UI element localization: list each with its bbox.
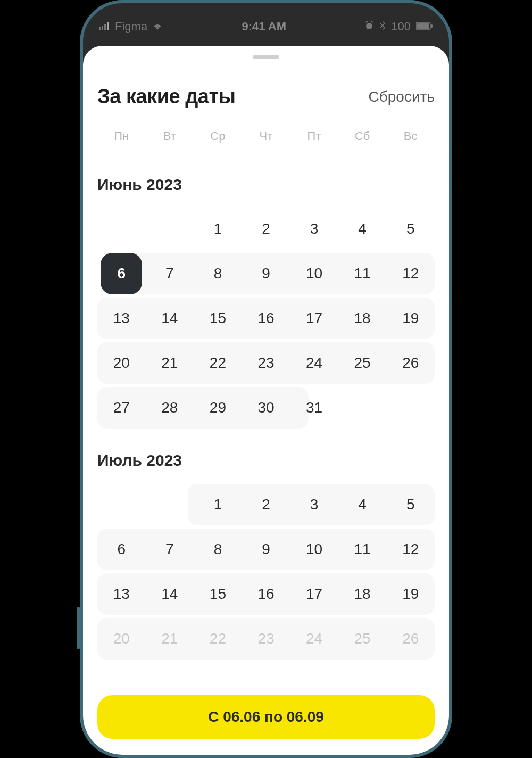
day-cell[interactable]: 10 [290,527,338,572]
svg-rect-8 [417,23,429,29]
day-cell[interactable]: 20 [97,616,146,661]
day-cell[interactable]: 23 [242,616,290,661]
day-cell[interactable]: 13 [97,296,146,341]
weekday-label: Пт [290,129,338,143]
weekday-label: Чт [242,129,290,143]
day-cell[interactable]: 9 [242,527,290,572]
day-cell[interactable]: 17 [290,572,338,616]
device-side-button [449,213,452,282]
weekday-row: Пн Вт Ср Чт Пт Сб Вс [97,129,435,154]
day-cell[interactable]: 18 [338,572,387,616]
svg-rect-6 [371,21,373,23]
signal-icon [99,20,111,34]
day-cell[interactable]: 21 [146,616,194,661]
day-cell[interactable]: 19 [386,572,435,616]
day-cell[interactable]: 12 [386,251,435,296]
device-side-button [449,298,452,367]
day-cell[interactable]: 30 [242,385,290,430]
day-cell[interactable]: 29 [194,385,242,430]
day-cell[interactable]: 26 [386,616,435,661]
day-cell[interactable]: 8 [194,251,242,296]
device-side-button [449,149,452,192]
day-cell[interactable]: 21 [146,341,194,385]
day-cell[interactable]: 9 [242,251,290,296]
weekday-label: Вт [146,129,194,143]
weekday-label: Сб [338,129,387,143]
day-cell[interactable]: 31 [290,385,338,430]
day-cell[interactable]: 27 [97,385,146,430]
day-cell[interactable]: 15 [194,296,242,341]
battery-level: 100 [391,20,411,34]
day-cell[interactable]: 3 [290,207,338,251]
day-cell[interactable]: 22 [194,341,242,385]
day-cell[interactable]: 1 [194,207,242,251]
day-cell[interactable]: 7 [146,251,194,296]
day-cell[interactable]: 24 [290,341,338,385]
day-cell[interactable]: 26 [386,341,435,385]
day-cell[interactable]: 15 [194,572,242,616]
day-cell[interactable]: 3 [290,482,338,527]
page-title: За какие даты [97,85,236,108]
day-cell[interactable]: 13 [97,572,146,616]
day-cell[interactable]: 19 [386,296,435,341]
day-cell[interactable]: 14 [146,296,194,341]
day-cell[interactable]: 12 [386,527,435,572]
day-cell[interactable]: 17 [290,296,338,341]
carrier-label: Figma [115,20,147,34]
day-cell[interactable]: 6 [97,527,146,572]
day-cell[interactable]: 2 [242,482,290,527]
weekday-label: Вс [386,129,435,143]
svg-rect-5 [365,21,368,23]
day-cell[interactable]: 10 [290,251,338,296]
confirm-button[interactable]: С 06.06 по 06.09 [97,695,435,739]
day-cell[interactable]: 5 [386,482,435,527]
device-side-button [77,607,80,649]
svg-point-4 [366,23,372,29]
day-cell[interactable]: 7 [146,527,194,572]
day-cell[interactable]: 18 [338,296,387,341]
sheet-drag-handle[interactable] [253,55,279,59]
confirm-bar: С 06.06 по 06.09 [97,695,435,739]
day-empty [97,207,146,251]
day-cell[interactable]: 25 [338,616,387,661]
battery-icon [416,20,433,34]
day-cell[interactable]: 22 [194,616,242,661]
day-cell[interactable]: 16 [242,572,290,616]
day-empty [97,482,146,527]
day-cell[interactable]: 1 [194,482,242,527]
day-empty [146,207,194,251]
day-cell[interactable]: 28 [146,385,194,430]
device-frame: Figma 9:41 AM 100 За какие даты Сбросить [80,0,452,758]
reset-button[interactable]: Сбросить [369,88,435,105]
calendar-scroll[interactable]: Июнь 2023 123456789101112131415161718192… [97,154,435,740]
day-cell[interactable]: 24 [290,616,338,661]
day-cell[interactable]: 4 [338,207,387,251]
sheet-header: За какие даты Сбросить [97,85,435,108]
weekday-label: Пн [97,129,146,143]
svg-rect-9 [431,24,433,28]
svg-rect-1 [102,26,103,30]
day-cell[interactable]: 4 [338,482,387,527]
svg-rect-0 [99,27,101,30]
month-title: Июнь 2023 [97,176,435,194]
month-calendar: 1234567891011121314151617181920212223242… [97,207,435,430]
month-calendar: 1234567891011121314151617181920212223242… [97,482,435,661]
day-cell[interactable]: 23 [242,341,290,385]
alarm-icon [364,20,374,34]
day-cell[interactable]: 8 [194,527,242,572]
day-cell[interactable]: 6 [97,251,146,296]
bluetooth-icon [379,20,386,34]
day-cell[interactable]: 5 [386,207,435,251]
month-title: Июль 2023 [97,451,435,469]
day-cell[interactable]: 11 [338,527,387,572]
time-label: 9:41 AM [242,20,286,34]
svg-rect-2 [104,24,106,30]
date-picker-sheet: За какие даты Сбросить Пн Вт Ср Чт Пт Сб… [83,46,449,755]
weekday-label: Ср [194,129,242,143]
day-cell[interactable]: 16 [242,296,290,341]
day-cell[interactable]: 20 [97,341,146,385]
day-cell[interactable]: 14 [146,572,194,616]
day-cell[interactable]: 2 [242,207,290,251]
day-cell[interactable]: 11 [338,251,387,296]
day-cell[interactable]: 25 [338,341,387,385]
